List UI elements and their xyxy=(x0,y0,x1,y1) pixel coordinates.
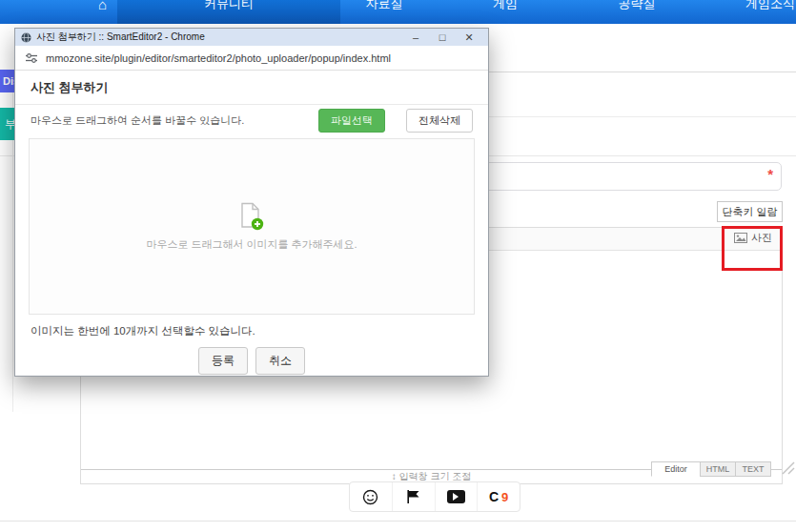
drag-order-hint: 마우스로 드래그하여 순서를 바꿀수 있습니다. xyxy=(31,113,244,128)
flag-button[interactable] xyxy=(392,482,435,511)
nav-item-gamenews[interactable]: 게임소식 xyxy=(745,0,795,12)
screen: ⌂ 커뮤니티 자료실 게임 공략실 게임소식 Disc 부 * 단축키 일람 사… xyxy=(0,0,796,532)
close-button[interactable]: ✕ xyxy=(456,29,482,46)
popup-window-title: 사진 첨부하기 :: SmartEditor2 - Chrome xyxy=(36,31,402,44)
editor-mode-tabs: Editor HTML TEXT xyxy=(652,461,771,477)
video-button[interactable] xyxy=(435,482,478,511)
maximize-button[interactable]: □ xyxy=(429,29,456,46)
delete-all-button[interactable]: 전체삭제 xyxy=(406,109,473,133)
video-play-icon xyxy=(447,490,465,503)
tab-editor[interactable]: Editor xyxy=(651,461,701,477)
popup-controls-row: 마우스로 드래그하여 순서를 바꿀수 있습니다. 파일선택 전체삭제 xyxy=(15,105,488,135)
smiley-icon xyxy=(362,489,378,505)
site-settings-icon xyxy=(25,52,38,64)
refresh-icon: C xyxy=(489,489,499,504)
globe-favicon xyxy=(21,32,31,43)
popup-urlbar[interactable]: mmozone.site/plugin/editor/smarteditor2/… xyxy=(15,46,488,71)
nav-item-community[interactable]: 커뮤니티 xyxy=(204,0,254,12)
divider xyxy=(0,521,796,522)
add-document-icon xyxy=(239,202,264,231)
tab-text[interactable]: TEXT xyxy=(735,461,771,477)
shortcut-list-button[interactable]: 단축키 일람 xyxy=(717,201,783,222)
popup-heading: 사진 첨부하기 xyxy=(15,71,488,105)
resize-grip-icon[interactable] xyxy=(780,460,795,475)
nav-item-strategy[interactable]: 공략실 xyxy=(619,0,656,12)
popup-titlebar[interactable]: 사진 첨부하기 :: SmartEditor2 - Chrome – □ ✕ xyxy=(15,29,488,46)
cancel-button[interactable]: 취소 xyxy=(255,347,305,375)
page-left-edge xyxy=(12,92,13,412)
required-asterisk: * xyxy=(767,166,773,182)
home-icon[interactable]: ⌂ xyxy=(98,0,107,12)
top-navbar: ⌂ 커뮤니티 자료실 게임 공략실 게임소식 xyxy=(0,0,796,24)
media-toolbar: C 9 xyxy=(349,481,520,512)
nav-item-archive[interactable]: 자료실 xyxy=(366,0,403,12)
image-drop-area[interactable]: 마우스로 드래그해서 이미지를 추가해주세요. xyxy=(29,138,475,315)
file-select-button[interactable]: 파일선택 xyxy=(318,109,385,133)
flag-icon xyxy=(406,489,420,504)
tab-html[interactable]: HTML xyxy=(700,461,736,477)
refresh-counter-button[interactable]: C 9 xyxy=(477,482,520,511)
submit-button[interactable]: 등록 xyxy=(198,347,248,375)
counter-badge: 9 xyxy=(501,490,508,504)
annotation-red-box xyxy=(722,226,783,271)
popup-url: mmozone.site/plugin/editor/smarteditor2/… xyxy=(46,52,391,64)
photo-upload-popup: 사진 첨부하기 :: SmartEditor2 - Chrome – □ ✕ m… xyxy=(14,28,489,377)
minimize-button[interactable]: – xyxy=(402,29,429,46)
drop-hint-text: 마우스로 드래그해서 이미지를 추가해주세요. xyxy=(146,237,357,252)
popup-button-row: 등록 취소 xyxy=(15,347,488,375)
nav-item-game[interactable]: 게임 xyxy=(493,0,518,12)
title-input[interactable]: * xyxy=(477,162,782,191)
image-limit-note: 이미지는 한번에 10개까지 선택할수 있습니다. xyxy=(31,324,473,338)
emoticon-button[interactable] xyxy=(350,482,392,511)
